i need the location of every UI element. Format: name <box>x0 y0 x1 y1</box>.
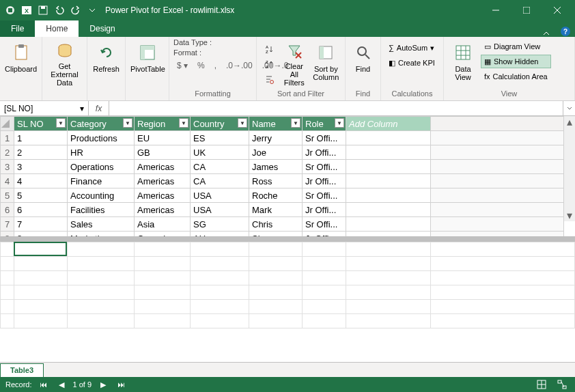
cell[interactable]: USA <box>191 188 249 203</box>
sheet-tab[interactable]: Table3 <box>0 363 44 377</box>
table-row[interactable]: 55AccountingAmericasUSARocheSr Offi... <box>1 188 564 203</box>
clipboard-button[interactable]: Clipboard <box>4 38 38 87</box>
cell[interactable]: Oceania <box>135 232 191 237</box>
add-column-header[interactable]: Add Column <box>346 117 431 131</box>
calculation-area-grid[interactable] <box>0 242 575 362</box>
close-button[interactable] <box>542 0 572 20</box>
row-header[interactable]: 4 <box>1 174 14 188</box>
cell[interactable]: Sr Offi... <box>303 160 346 174</box>
refresh-button[interactable]: Refresh <box>92 38 121 87</box>
col-header-slno[interactable]: SL NO▼ <box>14 117 68 131</box>
col-header-region[interactable]: Region▼ <box>135 117 191 131</box>
scroll-up-icon[interactable]: ▴ <box>564 116 575 128</box>
table-row[interactable]: 66FacilitiesAmericasUSAMarkJr Offi... <box>1 203 564 217</box>
cell[interactable] <box>346 188 431 203</box>
cell[interactable]: Roche <box>249 188 303 203</box>
filter-icon[interactable]: ▼ <box>123 118 132 128</box>
row-header[interactable]: 8 <box>1 232 14 237</box>
cell[interactable]: Operations <box>68 160 135 174</box>
fx-label[interactable]: fx <box>89 101 109 115</box>
sort-by-column-button[interactable]: Sort by Column <box>311 38 341 87</box>
format-label[interactable]: Format : <box>173 48 252 57</box>
cell[interactable]: Jr Offi... <box>303 174 346 188</box>
diagram-view-icon[interactable] <box>555 378 570 391</box>
cell[interactable]: Jr Offi... <box>303 145 346 160</box>
cell[interactable]: Americas <box>135 188 191 203</box>
select-all-corner[interactable] <box>1 117 14 131</box>
undo-icon[interactable] <box>52 3 67 18</box>
name-box[interactable]: [SL NO] ▾ <box>0 101 89 115</box>
cell[interactable]: Finance <box>68 174 135 188</box>
calculation-area-button[interactable]: fx Calculation Area <box>481 70 551 83</box>
cell[interactable]: SG <box>191 217 249 232</box>
clear-sort-button[interactable] <box>261 72 277 86</box>
table-row[interactable]: 77SalesAsiaSGChrisSr Offi... <box>1 217 564 232</box>
get-external-data-button[interactable]: Get External Data <box>46 38 83 87</box>
percent-button[interactable]: % <box>194 59 208 72</box>
qat-customize-icon[interactable] <box>85 3 100 18</box>
cell[interactable]: HR <box>68 145 135 160</box>
filter-icon[interactable]: ▼ <box>238 118 247 128</box>
cell[interactable] <box>346 145 431 160</box>
filter-icon[interactable]: ▼ <box>179 118 188 128</box>
next-record-button[interactable]: ▶ <box>97 380 109 389</box>
prev-record-button[interactable]: ◀ <box>55 380 68 389</box>
table-row[interactable]: 22HRGBUKJoeJr Offi... <box>1 145 564 160</box>
cell[interactable]: Mark <box>249 203 303 217</box>
row-header[interactable]: 7 <box>1 217 14 232</box>
row-header[interactable]: 5 <box>1 188 14 203</box>
cell[interactable]: Productions <box>68 131 135 145</box>
cell[interactable]: Sales <box>68 217 135 232</box>
data-view-button[interactable]: Data View <box>448 38 478 87</box>
data-type-label[interactable]: Data Type : <box>173 38 252 46</box>
save-icon[interactable] <box>36 3 51 18</box>
table-row[interactable]: 11ProductionsEUESJerrySr Offi... <box>1 131 564 145</box>
tab-design[interactable]: Design <box>79 20 126 37</box>
formula-bar-expand-icon[interactable] <box>563 101 575 115</box>
scroll-down-icon[interactable]: ▾ <box>564 210 575 221</box>
maximize-button[interactable] <box>511 0 542 20</box>
cell[interactable]: 6 <box>14 203 68 217</box>
first-record-button[interactable]: ⏮ <box>38 380 50 389</box>
cell[interactable]: Sr Offi... <box>303 217 346 232</box>
sort-desc-button[interactable]: ZA <box>261 57 277 71</box>
cell[interactable]: 4 <box>14 174 68 188</box>
row-header[interactable]: 1 <box>1 131 14 145</box>
row-header[interactable]: 3 <box>1 160 14 174</box>
cell[interactable]: Sr Offi... <box>303 131 346 145</box>
cell[interactable]: 2 <box>14 145 68 160</box>
show-hidden-button[interactable]: ▦ Show Hidden <box>481 55 551 68</box>
cell[interactable]: Jr Offi... <box>303 203 346 217</box>
cell[interactable]: Americas <box>135 203 191 217</box>
cell[interactable]: USA <box>191 203 249 217</box>
cell[interactable]: 5 <box>14 188 68 203</box>
col-header-name[interactable]: Name▼ <box>249 117 303 131</box>
cell[interactable]: Jr Offi... <box>303 232 346 237</box>
cell[interactable]: AU <box>191 232 249 237</box>
filter-icon[interactable]: ▼ <box>56 118 66 128</box>
cell[interactable] <box>346 217 431 232</box>
cell[interactable] <box>346 174 431 188</box>
cell[interactable]: Facilities <box>68 203 135 217</box>
row-header[interactable]: 6 <box>1 203 14 217</box>
cell[interactable]: CA <box>191 174 249 188</box>
table-row[interactable]: 44FinanceAmericasCARossJr Offi... <box>1 174 564 188</box>
cell[interactable]: Asia <box>135 217 191 232</box>
ribbon-collapse-icon[interactable] <box>537 30 556 37</box>
table-row[interactable]: 33OperationsAmericasCAJamesSr Offi... <box>1 160 564 174</box>
cell[interactable]: Joe <box>249 145 303 160</box>
tab-home[interactable]: Home <box>35 20 79 37</box>
cell[interactable]: EU <box>135 131 191 145</box>
cell[interactable]: Ross <box>249 174 303 188</box>
col-header-country[interactable]: Country▼ <box>191 117 249 131</box>
table-row[interactable]: 88MarketingOceaniaAUSharonJr Offi... <box>1 232 564 237</box>
comma-button[interactable]: , <box>211 59 220 72</box>
cell[interactable]: GB <box>135 145 191 160</box>
cell[interactable]: CA <box>191 160 249 174</box>
tab-file[interactable]: File <box>0 20 35 37</box>
cell[interactable]: 1 <box>14 131 68 145</box>
vertical-scrollbar[interactable]: ▴ ▾ <box>563 116 575 221</box>
autosum-button[interactable]: ∑ AutoSum ▾ <box>385 41 438 55</box>
cell[interactable]: Accounting <box>68 188 135 203</box>
cell[interactable] <box>346 232 431 237</box>
